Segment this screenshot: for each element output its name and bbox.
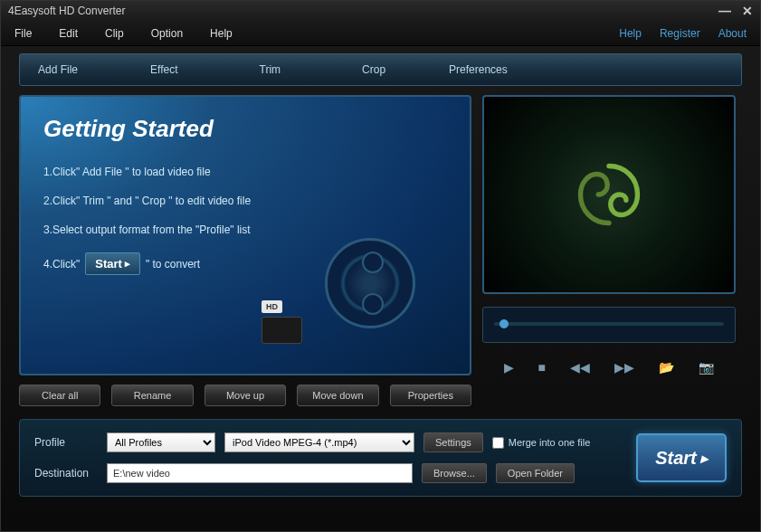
step-1: 1.Click" Add File " to load video file xyxy=(43,166,447,178)
window-title: 4Easysoft HD Converter xyxy=(8,5,125,17)
play-icon[interactable]: ▶ xyxy=(504,360,514,375)
toolbar-trim[interactable]: Trim xyxy=(260,63,281,76)
toolbar: Add File Effect Trim Crop Preferences xyxy=(19,53,742,86)
toolbar-crop[interactable]: Crop xyxy=(362,63,385,76)
menu-edit[interactable]: Edit xyxy=(59,27,78,40)
app-window: 4Easysoft HD Converter — ✕ File Edit Cli… xyxy=(0,0,761,532)
menu-help[interactable]: Help xyxy=(210,27,233,40)
menu-file[interactable]: File xyxy=(14,27,32,40)
destination-row: Destination Browse... Open Folder xyxy=(34,463,618,483)
close-icon[interactable]: ✕ xyxy=(742,4,753,18)
rewind-icon[interactable]: ◀◀ xyxy=(570,360,590,375)
toolbar-add-file[interactable]: Add File xyxy=(38,63,78,76)
link-register[interactable]: Register xyxy=(660,27,700,40)
profile-label: Profile xyxy=(34,436,98,449)
film-reel-graphic xyxy=(325,238,442,356)
start-button-inline[interactable]: Start xyxy=(85,252,140,275)
hd-label: HD xyxy=(262,300,282,313)
reel-disc-icon xyxy=(325,238,415,328)
window-controls: — ✕ xyxy=(718,4,753,18)
menu-option[interactable]: Option xyxy=(151,27,183,40)
step-2: 2.Click" Trim " and " Crop " to edit vid… xyxy=(43,195,447,207)
menu-left: File Edit Clip Option Help xyxy=(14,27,233,40)
settings-button[interactable]: Settings xyxy=(423,432,483,452)
content-area: Getting Started 1.Click" Add File " to l… xyxy=(1,86,760,406)
progress-slider-area xyxy=(482,307,736,343)
progress-thumb[interactable] xyxy=(499,319,509,328)
menubar: File Edit Clip Option Help Help Register… xyxy=(1,21,760,46)
getting-started-title: Getting Started xyxy=(43,115,447,143)
forward-icon[interactable]: ▶▶ xyxy=(614,360,634,375)
player-controls: ▶ ■ ◀◀ ▶▶ 📂 📷 xyxy=(482,356,736,379)
open-folder-button[interactable]: Open Folder xyxy=(496,463,575,483)
move-up-button[interactable]: Move up xyxy=(205,385,286,406)
step-3: 3.Select output format from the "Profile… xyxy=(43,223,447,236)
destination-label: Destination xyxy=(34,467,98,480)
video-preview xyxy=(482,95,736,294)
merge-checkbox[interactable] xyxy=(492,437,504,449)
clear-all-button[interactable]: Clear all xyxy=(19,385,100,406)
logo-icon xyxy=(568,154,650,235)
profile-row: Profile All Profiles iPod Video MPEG-4 (… xyxy=(34,432,618,452)
settings-column: Profile All Profiles iPod Video MPEG-4 (… xyxy=(34,432,618,483)
link-help[interactable]: Help xyxy=(619,27,642,40)
menu-clip[interactable]: Clip xyxy=(105,27,124,40)
move-down-button[interactable]: Move down xyxy=(297,385,378,406)
main-panel: Getting Started 1.Click" Add File " to l… xyxy=(19,95,471,406)
merge-text: Merge into one file xyxy=(509,437,591,448)
file-action-buttons: Clear all Rename Move up Move down Prope… xyxy=(19,385,471,406)
stop-icon[interactable]: ■ xyxy=(538,360,546,375)
browse-button[interactable]: Browse... xyxy=(422,463,487,483)
open-icon[interactable]: 📂 xyxy=(659,360,674,375)
properties-button[interactable]: Properties xyxy=(390,385,471,406)
camera-icon xyxy=(262,317,302,344)
snapshot-icon[interactable]: 📷 xyxy=(699,360,714,375)
getting-started-panel: Getting Started 1.Click" Add File " to l… xyxy=(19,95,471,375)
toolbar-effect[interactable]: Effect xyxy=(150,63,177,76)
minimize-icon[interactable]: — xyxy=(718,4,731,18)
titlebar: 4Easysoft HD Converter — ✕ xyxy=(1,1,760,21)
start-button[interactable]: Start xyxy=(636,433,727,482)
bottom-settings: Profile All Profiles iPod Video MPEG-4 (… xyxy=(19,419,742,497)
progress-slider[interactable] xyxy=(494,322,724,326)
hd-camera-graphic: HD xyxy=(262,297,316,347)
preview-panel: ▶ ■ ◀◀ ▶▶ 📂 📷 xyxy=(482,95,736,406)
profile-filter-dropdown[interactable]: All Profiles xyxy=(107,432,215,452)
menu-right: Help Register About xyxy=(619,27,747,40)
rename-button[interactable]: Rename xyxy=(111,385,193,406)
destination-input[interactable] xyxy=(107,463,413,483)
link-about[interactable]: About xyxy=(718,27,747,40)
toolbar-preferences[interactable]: Preferences xyxy=(449,63,508,76)
step-4-suffix: " to convert xyxy=(146,258,200,271)
profile-format-dropdown[interactable]: iPod Video MPEG-4 (*.mp4) xyxy=(224,432,414,452)
step-4-prefix: 4.Click" xyxy=(43,258,80,271)
merge-checkbox-label[interactable]: Merge into one file xyxy=(492,437,591,449)
